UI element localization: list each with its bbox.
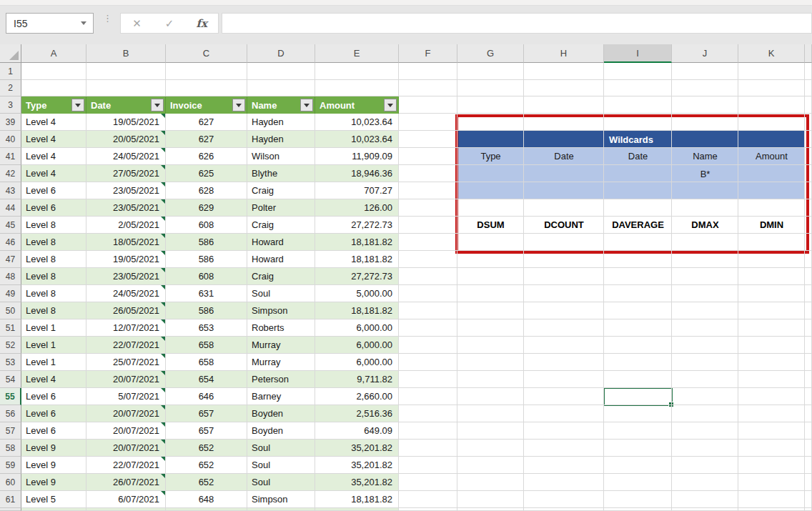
cell-E41[interactable]: 11,909.09 [315,148,399,165]
cell-G[interactable] [457,508,524,511]
cell-E61[interactable]: 18,181.82 [315,491,399,508]
cell-D[interactable] [247,508,315,511]
cell-J52[interactable] [672,337,738,354]
cell-E1[interactable] [315,63,399,80]
cell-J1[interactable] [672,63,738,80]
cell-F[interactable] [399,508,457,511]
cell-D51[interactable]: Roberts [247,319,315,337]
cell-A59[interactable]: Level 9 [21,457,86,474]
cell-C43[interactable]: 628 [166,182,247,199]
cell-J54[interactable] [672,371,738,388]
cell-J50[interactable] [672,302,738,319]
cell-G44[interactable] [457,199,524,217]
cell-F61[interactable] [399,491,457,508]
cell-B47[interactable]: 19/05/2021 [86,251,166,268]
cell-I47[interactable] [604,251,672,268]
cell-B59[interactable]: 22/07/2021 [86,457,166,474]
cell-D2[interactable] [247,80,315,96]
cell-I50[interactable] [604,302,672,319]
cell-G55[interactable] [457,388,524,405]
cell-J47[interactable] [672,251,738,268]
cell-D44[interactable]: Polter [247,199,315,217]
cell-D59[interactable]: Soul [247,457,315,474]
cell-I48[interactable] [604,268,672,285]
cell-E44[interactable]: 126.00 [315,199,399,217]
cell-F55[interactable] [399,388,457,405]
cell-I1[interactable] [604,63,672,80]
cell-L52[interactable] [805,337,812,354]
column-header-I[interactable]: I [604,44,672,63]
cell-I51[interactable] [604,319,672,337]
column-header-D[interactable]: D [247,44,315,63]
cell-H44[interactable] [524,199,604,217]
cell-D61[interactable]: Simpson [247,491,315,508]
cell-H58[interactable] [524,440,604,457]
cell-I2[interactable] [604,80,672,96]
cell-B48[interactable]: 23/05/2021 [86,268,166,285]
row-header-42[interactable]: 42 [0,165,21,182]
cell-E49[interactable]: 5,000.00 [315,285,399,302]
cell-D56[interactable]: Boyden [247,405,315,422]
cell-L40[interactable] [805,131,812,148]
cell-H61[interactable] [524,491,604,508]
cell-C59[interactable]: 652 [166,457,247,474]
cell-K40[interactable] [738,131,805,148]
cell-H54[interactable] [524,371,604,388]
column-header-F[interactable]: F [399,44,457,63]
cell-J3[interactable] [672,96,738,114]
table-header-name[interactable]: Name [247,96,315,114]
cell-D48[interactable]: Craig [247,268,315,285]
cell-I42[interactable] [604,165,672,182]
cell-J44[interactable] [672,199,738,217]
cell-G46[interactable] [457,234,524,251]
cell-D52[interactable]: Murray [247,337,315,354]
cell-K[interactable] [738,508,805,511]
cell-E43[interactable]: 707.27 [315,182,399,199]
cell-A61[interactable]: Level 5 [21,491,86,508]
column-header-J[interactable]: J [672,44,738,63]
cell-D1[interactable] [247,63,315,80]
row-header-3[interactable]: 3 [0,96,21,114]
cell-E54[interactable]: 9,711.82 [315,371,399,388]
cell-H55[interactable] [524,388,604,405]
cell-I41[interactable] [604,148,672,165]
row-header-47[interactable]: 47 [0,251,21,268]
cell-G41[interactable] [457,148,524,165]
cell-J61[interactable] [672,491,738,508]
cell-C2[interactable] [166,80,247,96]
cell-I[interactable] [604,508,672,511]
cell-J2[interactable] [672,80,738,96]
cell-B[interactable] [86,508,166,511]
cell-A40[interactable]: Level 4 [21,131,86,148]
cell-L2[interactable] [805,80,812,96]
cell-G58[interactable] [457,440,524,457]
cell-A46[interactable]: Level 8 [21,234,86,251]
cell-B55[interactable]: 5/07/2021 [86,388,166,405]
cell-L61[interactable] [805,491,812,508]
cell-K43[interactable] [738,182,805,199]
cell-L55[interactable] [805,388,812,405]
cell-F45[interactable] [399,217,457,234]
cell-J45[interactable] [672,217,738,234]
row-header-51[interactable]: 51 [0,319,21,337]
cell-A60[interactable]: Level 9 [21,474,86,491]
cell-J42[interactable] [672,165,738,182]
cell-E[interactable] [315,508,399,511]
cell-E48[interactable]: 27,272.73 [315,268,399,285]
cell-L42[interactable] [805,165,812,182]
cell-H59[interactable] [524,457,604,474]
cell-D60[interactable]: Soul [247,474,315,491]
cell-D53[interactable]: Murray [247,354,315,371]
cell-H3[interactable] [524,96,604,114]
cell-C58[interactable]: 652 [166,440,247,457]
cell-J46[interactable] [672,234,738,251]
table-header-date[interactable]: Date [86,96,166,114]
cell-H40[interactable] [524,131,604,148]
cell-I53[interactable] [604,354,672,371]
cell-A58[interactable]: Level 9 [21,440,86,457]
cell-D40[interactable]: Hayden [247,131,315,148]
cell-C56[interactable]: 657 [166,405,247,422]
row-header-52[interactable]: 52 [0,337,21,354]
cell-H47[interactable] [524,251,604,268]
cell-E56[interactable]: 2,516.36 [315,405,399,422]
